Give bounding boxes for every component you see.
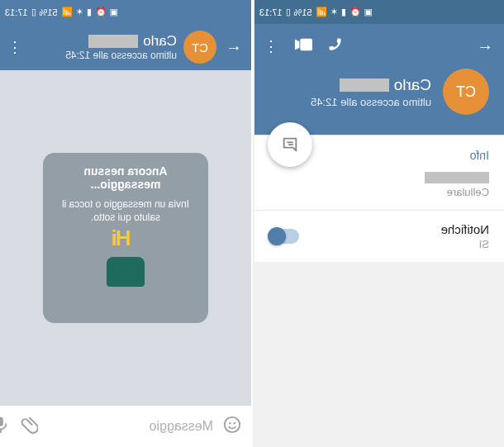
svg-rect-0: [300, 39, 312, 51]
message-fab[interactable]: [268, 122, 312, 167]
empty-body: Invia un messaggio o tocca il saluto qui…: [55, 197, 197, 224]
clock-time: 17:13: [5, 7, 28, 17]
screen-divider: [251, 0, 253, 447]
hi-icon: Hi: [113, 226, 131, 251]
nfc-icon: ▣: [364, 7, 373, 17]
nfc-icon: ▣: [110, 7, 118, 17]
svg-point-3: [225, 416, 240, 431]
avatar[interactable]: CT: [443, 69, 489, 115]
svg-point-4: [234, 421, 235, 423]
battery-icon: ▯: [286, 7, 291, 17]
wifi-off-icon: ✶: [76, 7, 83, 17]
notifications-toggle[interactable]: [269, 229, 299, 244]
sim-icon: ▮: [87, 7, 92, 17]
redacted-surname: [88, 35, 138, 48]
last-seen-label: ultimo accesso alle 12:45: [311, 96, 431, 108]
clock-time: 17:13: [259, 7, 283, 17]
greeting-sticker[interactable]: Hi: [76, 231, 175, 313]
redacted-phone: [425, 172, 489, 183]
contact-meta[interactable]: Carlo ultimo accesso alle 12:45: [30, 33, 177, 62]
back-icon[interactable]: ←: [474, 37, 496, 56]
svg-rect-6: [0, 416, 3, 426]
notifications-title: Notifiche: [441, 222, 489, 236]
chat-app-bar: ← CT Carlo ultimo accesso alle 12:45 ⋮: [0, 24, 251, 70]
video-icon[interactable]: [294, 38, 312, 55]
battery-pct: 51%: [294, 7, 312, 17]
empty-state-card[interactable]: Ancora nessun messaggio... Invia un mess…: [43, 153, 208, 323]
notifications-row[interactable]: Notifiche Sì: [254, 210, 504, 262]
empty-title: Ancora nessun messaggio...: [55, 164, 197, 191]
attach-icon[interactable]: [20, 416, 38, 438]
signal-icon: 📶: [61, 7, 73, 17]
compose-bar: [0, 406, 251, 447]
contact-name: Carlo: [143, 33, 177, 50]
alarm-icon: ⏰: [349, 7, 361, 17]
mailbox-icon: [107, 257, 145, 287]
chat-screen: ▣ ⏰ ▮ ✶ 📶 51% ▯ 17:13 ← CT Carlo ultimo …: [0, 0, 251, 447]
back-icon[interactable]: ←: [223, 38, 245, 57]
contact-name: Carlo: [394, 76, 431, 94]
avatar[interactable]: CT: [183, 31, 216, 64]
signal-icon: 📶: [316, 7, 327, 17]
profile-screen: ▣ ⏰ ▮ ✶ 📶 51% ▯ 17:13 ← ⋮ CT Carlo: [254, 0, 504, 447]
battery-pct: 51%: [40, 7, 58, 17]
redacted-surname: [340, 78, 389, 92]
kebab-menu-icon[interactable]: ⋮: [263, 37, 279, 55]
phone-row[interactable]: Cellulare: [254, 167, 504, 210]
emoji-icon[interactable]: [223, 416, 241, 438]
chat-body: Ancora nessun messaggio... Invia un mess…: [0, 70, 251, 406]
call-icon[interactable]: [327, 36, 344, 56]
profile-hero: ← ⋮ CT Carlo ultimo accesso alle 12:45: [254, 24, 504, 135]
sim-icon: ▮: [341, 7, 346, 17]
message-input[interactable]: [48, 419, 213, 434]
status-bar: ▣ ⏰ ▮ ✶ 📶 51% ▯ 17:13: [254, 0, 504, 24]
kebab-menu-icon[interactable]: ⋮: [7, 38, 23, 56]
last-seen-label: ultimo accesso alle 12:45: [30, 50, 177, 61]
mic-icon[interactable]: [0, 416, 10, 438]
wifi-off-icon: ✶: [330, 7, 338, 17]
notifications-value: Sì: [441, 238, 489, 250]
alarm-icon: ⏰: [95, 7, 107, 17]
svg-point-5: [229, 421, 231, 423]
phone-label: Cellulare: [269, 186, 489, 198]
battery-icon: ▯: [31, 7, 36, 17]
status-bar: ▣ ⏰ ▮ ✶ 📶 51% ▯ 17:13: [0, 0, 251, 24]
